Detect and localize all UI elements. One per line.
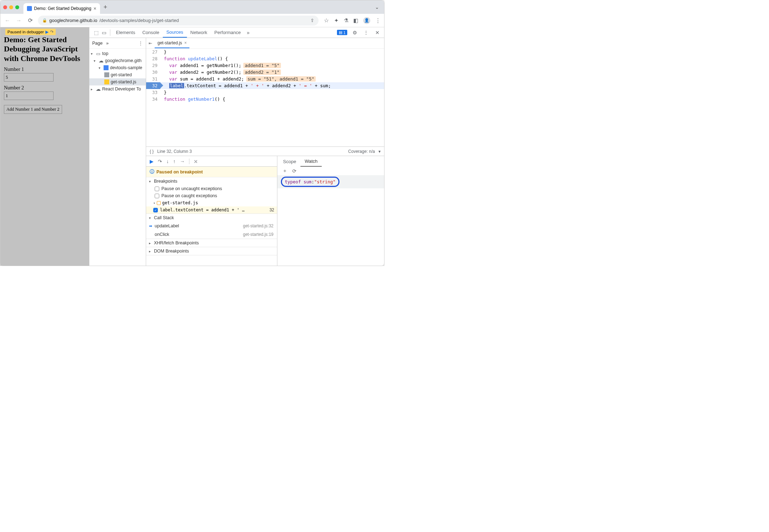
step-out-button[interactable]: ↑ — [173, 159, 176, 164]
coverage-dropdown-icon[interactable]: ▾ — [378, 149, 381, 154]
breakpoint-marker-icon — [157, 201, 161, 205]
step-icon[interactable]: ↷ — [50, 29, 54, 34]
resume-icon[interactable]: ▶ — [45, 29, 49, 34]
step-button[interactable]: → — [180, 159, 185, 164]
tree-top[interactable]: ▾top — [89, 50, 146, 57]
address-bar: ← → ⟳ 🔒 googlechrome.github.io/devtools-… — [0, 14, 384, 27]
tab-performance[interactable]: Performance — [211, 27, 244, 38]
resume-button[interactable]: ▶ — [150, 159, 154, 164]
step-over-button[interactable]: ↷ — [158, 159, 162, 164]
breakpoint-entry[interactable]: ✓label.textContent = addend1 + ' …32 — [146, 206, 277, 214]
tab-strip: Demo: Get Started Debugging × + ⌄ — [0, 0, 384, 14]
tab-scope[interactable]: Scope — [279, 156, 300, 167]
code-editor[interactable]: 27}28function updateLabel() {29 var adde… — [146, 49, 384, 146]
tree-domain[interactable]: ▾googlechrome.gith — [89, 57, 146, 64]
watch-expression[interactable]: typeof sum: "string" — [277, 175, 384, 188]
labs-icon[interactable]: ⚗ — [344, 17, 348, 24]
more-tabs-icon[interactable]: » — [244, 30, 252, 35]
tab-console[interactable]: Console — [139, 27, 163, 38]
section-callstack[interactable]: ▾Call Stack — [146, 214, 277, 222]
close-tab-icon[interactable]: × — [93, 6, 96, 11]
reload-button[interactable]: ⟳ — [27, 17, 34, 24]
extension-icons: ✦ ⚗ ◧ 👤 ⋮ — [334, 17, 381, 24]
deactivate-breakpoints-button[interactable]: ⤬ — [194, 159, 198, 164]
minimize-window-icon[interactable] — [9, 5, 13, 9]
share-icon[interactable]: ⇧ — [310, 18, 314, 23]
cloud-icon — [96, 87, 101, 92]
number2-label: Number 2 — [4, 85, 85, 91]
devtools: ⬚ ▭ Elements Console Sources Network Per… — [89, 27, 384, 266]
section-xhr[interactable]: ▸XHR/fetch Breakpoints — [146, 239, 277, 247]
watch-panel: Scope Watch ＋ ⟳ typeof sum: "string" — [277, 156, 384, 266]
devtools-tabs: ⬚ ▭ Elements Console Sources Network Per… — [89, 27, 384, 38]
editor-status: { } Line 32, Column 3 Coverage: n/a ▾ — [146, 146, 384, 156]
maximize-window-icon[interactable] — [15, 5, 19, 9]
tab-watch[interactable]: Watch — [300, 156, 322, 167]
close-window-icon[interactable] — [3, 5, 7, 9]
url-path: /devtools-samples/debug-js/get-started — [99, 18, 179, 23]
url-host: googlechrome.github.io — [49, 18, 97, 23]
tab-elements[interactable]: Elements — [112, 27, 139, 38]
stack-frame[interactable]: onClickget-started.js:19 — [146, 230, 277, 239]
navigator-tab-page[interactable]: Page — [92, 41, 103, 46]
breakpoint-file[interactable]: ▾get-started.js — [146, 199, 277, 206]
browser-menu-icon[interactable]: ⋮ — [375, 17, 381, 24]
lock-icon: 🔒 — [42, 18, 47, 23]
navigator-more-tabs-icon[interactable]: » — [106, 41, 109, 46]
debugger-panel: ▶ ↷ ↓ ↑ → ⤬ ⓘ Paused on breakpoint — [146, 156, 277, 266]
section-breakpoints[interactable]: ▾Breakpoints — [146, 177, 277, 185]
refresh-watch-icon[interactable]: ⟳ — [292, 168, 297, 174]
browser-tab[interactable]: Demo: Get Started Debugging × — [23, 3, 100, 14]
forward-button[interactable]: → — [15, 17, 22, 24]
stack-frame[interactable]: updateLabelget-started.js:32 — [146, 222, 277, 230]
paused-message: ⓘ Paused on breakpoint — [146, 167, 277, 177]
step-into-button[interactable]: ↓ — [166, 159, 169, 164]
pause-uncaught-checkbox[interactable]: Pause on uncaught exceptions — [146, 185, 277, 192]
watch-highlight: typeof sum: "string" — [281, 177, 339, 187]
collapse-navigator-icon[interactable]: ⇤ — [146, 41, 155, 46]
tab-title: Demo: Get Started Debugging — [34, 6, 91, 11]
cloud-icon — [99, 58, 104, 63]
tabs-dropdown-icon[interactable]: ⌄ — [375, 4, 379, 10]
close-devtools-icon[interactable]: ✕ — [374, 30, 381, 35]
page-heading: Demo: Get Started Debugging JavaScript w… — [4, 35, 85, 63]
tree-folder[interactable]: ▾devtools-sample — [89, 64, 146, 71]
back-button[interactable]: ← — [4, 17, 11, 24]
breakpoint-checkbox[interactable]: ✓ — [153, 208, 158, 212]
pretty-print-icon[interactable]: { } — [150, 149, 154, 154]
favicon-icon — [27, 6, 32, 11]
frame-icon — [96, 51, 101, 56]
tab-network[interactable]: Network — [187, 27, 211, 38]
section-dom[interactable]: ▸DOM Breakpoints — [146, 247, 277, 255]
extensions-icon[interactable]: ✦ — [334, 17, 339, 24]
devtools-menu-icon[interactable]: ⋮ — [362, 30, 370, 35]
inspect-icon[interactable]: ⬚ — [92, 30, 100, 35]
paused-overlay-label: Paused in debugger — [7, 30, 44, 34]
file-tab[interactable]: get-started.js × — [155, 38, 189, 48]
file-icon — [104, 72, 109, 77]
tree-react-ext[interactable]: ▸React Developer To — [89, 85, 146, 93]
tree-file-html[interactable]: get-started — [89, 71, 146, 78]
tree-file-js[interactable]: get-started.js — [89, 78, 146, 85]
pause-caught-checkbox[interactable]: Pause on caught exceptions — [146, 192, 277, 199]
window-controls — [3, 5, 19, 9]
number1-input[interactable] — [4, 73, 54, 82]
number2-input[interactable] — [4, 92, 54, 100]
bookmark-icon[interactable]: ☆ — [323, 17, 330, 24]
paused-overlay: Paused in debugger ▶ ↷ — [5, 29, 56, 35]
cursor-position: Line 32, Column 3 — [157, 149, 192, 154]
side-panel-icon[interactable]: ◧ — [353, 17, 358, 24]
navigator-panel: Page » ⋮ ▾top ▾googlechrome.gith ▾devtoo… — [89, 38, 146, 266]
issues-badge[interactable]: ▤ 1 — [337, 30, 347, 35]
tab-sources[interactable]: Sources — [163, 27, 187, 38]
add-button[interactable]: Add Number 1 and Number 2 — [4, 105, 62, 114]
url-input[interactable]: 🔒 googlechrome.github.io/devtools-sample… — [38, 16, 319, 26]
device-toolbar-icon[interactable]: ▭ — [100, 30, 108, 35]
navigator-menu-icon[interactable]: ⋮ — [138, 40, 143, 46]
profile-avatar[interactable]: 👤 — [363, 17, 370, 24]
close-file-icon[interactable]: × — [184, 40, 187, 45]
info-icon: ⓘ — [150, 169, 154, 175]
add-watch-icon[interactable]: ＋ — [282, 168, 287, 174]
settings-icon[interactable]: ⚙ — [351, 30, 359, 35]
new-tab-button[interactable]: + — [104, 4, 107, 11]
